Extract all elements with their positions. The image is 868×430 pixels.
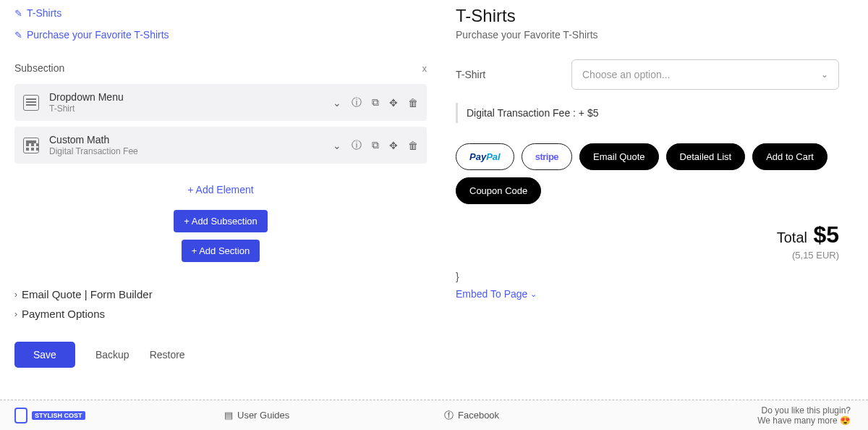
accordion-payment-options[interactable]: › Payment Options [14,308,427,320]
total-value: $5 [813,222,839,248]
chevron-right-icon: › [14,309,17,319]
book-icon: ▤ [224,410,233,421]
preview-title: T-Shirts [456,6,839,26]
element-controls: ⌄ ⓘ ⧉ ✥ 🗑 [333,96,418,109]
pencil-icon: ✎ [14,8,22,19]
editable-subtitle[interactable]: ✎ Purchase your Favorite T-Shirts [14,29,427,41]
save-button[interactable]: Save [14,342,75,368]
element-sub: T-Shirt [49,104,323,114]
tshirt-select[interactable]: Choose an option... ⌄ [571,59,839,90]
email-quote-button[interactable]: Email Quote [579,143,659,170]
preview-subtitle: Purchase your Favorite T-Shirts [456,29,839,41]
add-element-link[interactable]: + Add Element [14,184,427,195]
element-sub: Digital Transaction Fee [49,146,323,156]
badge-label: STYLISH COST [32,411,85,420]
plugin-badge: STYLISH COST [14,408,85,423]
element-title: Dropdown Menu [49,91,323,103]
stripe-logo: stripe [535,151,558,162]
chevron-down-icon: ⌄ [530,290,537,299]
accordion-label: Payment Options [22,308,105,320]
user-guides-link[interactable]: ▤ User Guides [224,410,289,421]
action-buttons: PayPal stripe Email Quote Detailed List … [456,143,839,170]
closing-brace: } [456,271,839,282]
add-subsection-button[interactable]: + Add Subsection [174,210,268,232]
field-label: T-Shirt [456,69,550,80]
element-controls: ⌄ ⓘ ⧉ ✥ 🗑 [333,139,418,152]
facebook-icon: ⓕ [444,409,454,422]
tshirt-field-row: T-Shirt Choose an option... ⌄ [456,59,839,90]
backup-link[interactable]: Backup [95,349,129,361]
pencil-icon: ✎ [14,30,22,41]
element-text: Custom Math Digital Transaction Fee [49,134,323,156]
element-dropdown-menu[interactable]: Dropdown Menu T-Shirt ⌄ ⓘ ⧉ ✥ 🗑 [14,84,427,121]
title-text: T-Shirts [27,7,61,19]
info-icon[interactable]: ⓘ [352,139,362,152]
total-label: Total [777,229,807,245]
copy-icon[interactable]: ⧉ [372,96,379,109]
dropdown-icon [23,95,39,111]
total-row: Total $5 (5,15 EUR) [456,222,839,261]
subtitle-text: Purchase your Favorite T-Shirts [27,29,169,41]
chevron-down-icon[interactable]: ⌄ [333,140,341,151]
element-custom-math[interactable]: Custom Math Digital Transaction Fee ⌄ ⓘ … [14,127,427,164]
paypal-logo: PayPal [469,151,501,162]
total-eur: (5,15 EUR) [456,250,839,261]
subsection-header: Subsection x [14,62,427,74]
footer-cta: Do you like this plugin? We have many mo… [757,405,851,426]
coupon-code-button[interactable]: Coupon Code [456,177,541,204]
footer: STYLISH COST ▤ User Guides ⓕ Facebook Do… [0,400,868,430]
subsection-close[interactable]: x [422,63,427,74]
info-icon[interactable]: ⓘ [352,96,362,109]
editor-panel: ✎ T-Shirts ✎ Purchase your Favorite T-Sh… [0,0,441,430]
move-icon[interactable]: ✥ [389,140,398,151]
chevron-right-icon: › [14,290,17,300]
subsection-label: Subsection [14,62,64,74]
embed-label: Embed To Page [456,288,527,300]
chevron-down-icon[interactable]: ⌄ [333,97,341,109]
badge-icon [14,408,27,423]
calculator-icon [23,138,39,153]
stripe-button[interactable]: stripe [522,143,572,170]
restore-link[interactable]: Restore [150,349,185,361]
embed-to-page-link[interactable]: Embed To Page ⌄ [456,288,839,300]
chevron-down-icon: ⌄ [821,69,828,80]
add-section-button[interactable]: + Add Section [182,240,260,262]
paypal-button[interactable]: PayPal [456,143,514,170]
editable-title[interactable]: ✎ T-Shirts [14,7,427,19]
trash-icon[interactable]: 🗑 [408,140,418,151]
move-icon[interactable]: ✥ [389,97,398,109]
transaction-fee: Digital Transaction Fee : + $5 [456,103,839,123]
detailed-list-button[interactable]: Detailed List [666,143,746,170]
select-placeholder: Choose an option... [582,69,670,80]
trash-icon[interactable]: 🗑 [408,97,418,109]
element-title: Custom Math [49,134,323,146]
facebook-link[interactable]: ⓕ Facebook [444,409,499,422]
copy-icon[interactable]: ⧉ [372,139,379,151]
preview-panel: T-Shirts Purchase your Favorite T-Shirts… [441,0,868,430]
save-bar: Save Backup Restore [14,342,427,368]
element-text: Dropdown Menu T-Shirt [49,91,323,114]
accordion-label: Email Quote | Form Builder [22,288,153,300]
accordion-email-quote[interactable]: › Email Quote | Form Builder [14,288,427,300]
add-to-cart-button[interactable]: Add to Cart [752,143,827,170]
